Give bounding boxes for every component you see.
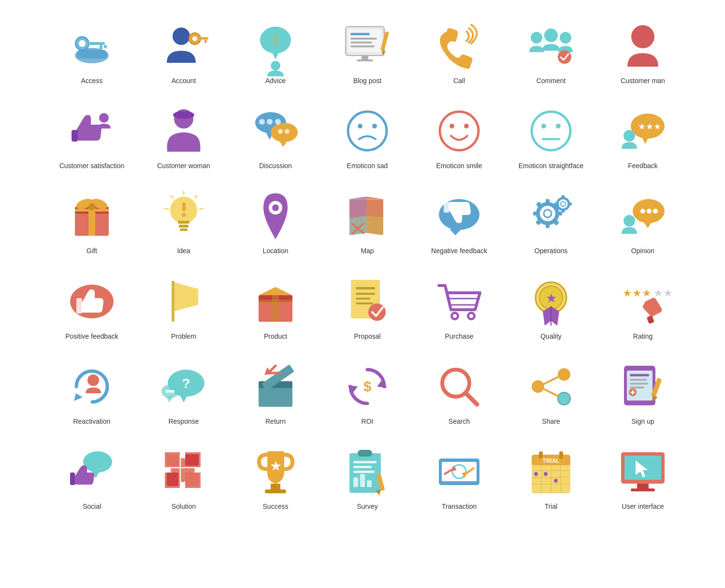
icon-item-response: ? Response — [140, 355, 227, 430]
customer-man-label: Customer man — [621, 76, 665, 85]
advice-label: Advice — [265, 76, 286, 85]
svg-rect-221 — [631, 488, 655, 491]
svg-rect-220 — [637, 484, 649, 488]
svg-line-159 — [465, 393, 477, 404]
svg-rect-119 — [259, 300, 292, 302]
trial-label: Trial — [545, 502, 558, 511]
icon-item-operations: Operations — [508, 185, 594, 260]
svg-point-142 — [87, 374, 99, 386]
negative-feedback-icon — [433, 189, 486, 243]
svg-point-30 — [631, 25, 654, 48]
svg-point-161 — [532, 380, 544, 393]
svg-text:★: ★ — [546, 291, 557, 305]
opinion-icon — [616, 189, 669, 243]
svg-point-150 — [172, 390, 174, 393]
svg-rect-167 — [630, 374, 649, 376]
gift-label: Gift — [87, 246, 97, 255]
return-icon — [249, 360, 302, 413]
svg-point-57 — [624, 130, 635, 142]
icon-item-roi: $ ROI — [324, 355, 411, 430]
svg-rect-194 — [360, 474, 365, 487]
icon-item-success: ★ Success — [232, 440, 319, 516]
icon-item-solution: Solution — [140, 440, 227, 516]
location-icon — [249, 189, 302, 243]
account-label: Account — [172, 76, 196, 85]
icon-grid: Access Account ! — [48, 14, 677, 516]
svg-point-32 — [99, 113, 109, 123]
svg-rect-94 — [533, 212, 539, 215]
svg-rect-89 — [444, 202, 450, 213]
svg-rect-93 — [546, 222, 550, 228]
return-label: Return — [265, 417, 286, 426]
access-icon — [65, 19, 118, 72]
icon-item-product: Product — [232, 270, 319, 345]
icon-item-location: Location — [232, 185, 319, 260]
svg-rect-25 — [357, 59, 373, 61]
svg-rect-10 — [200, 37, 208, 40]
svg-point-160 — [558, 368, 570, 381]
icon-item-emoticon-sad: Emoticon sad — [324, 100, 411, 175]
icon-item-advice: ! Advice — [232, 14, 319, 90]
icon-item-blog-post: Blog post — [324, 14, 411, 90]
svg-point-43 — [285, 129, 290, 134]
idea-icon — [157, 189, 210, 243]
svg-point-41 — [275, 119, 281, 125]
svg-line-74 — [171, 196, 173, 198]
feedback-label: Feedback — [628, 161, 657, 170]
roi-icon: $ — [341, 360, 394, 413]
solution-label: Solution — [172, 502, 196, 511]
quality-label: Quality — [540, 332, 562, 341]
svg-point-70 — [182, 213, 186, 217]
problem-icon — [157, 275, 210, 328]
svg-rect-21 — [350, 45, 375, 47]
svg-rect-114 — [172, 281, 174, 322]
svg-rect-104 — [554, 202, 558, 205]
svg-rect-189 — [358, 450, 372, 457]
icon-item-call: Call — [416, 14, 503, 90]
svg-rect-6 — [104, 45, 107, 48]
search-icon — [433, 360, 486, 413]
svg-rect-11 — [204, 40, 207, 43]
user-interface-label: User interface — [622, 502, 664, 511]
svg-point-46 — [372, 124, 377, 129]
success-icon: ★ — [249, 445, 302, 498]
product-icon — [249, 275, 302, 328]
svg-rect-68 — [180, 229, 188, 231]
svg-rect-31 — [72, 130, 78, 142]
svg-rect-168 — [630, 379, 647, 381]
svg-rect-69 — [182, 202, 186, 211]
comment-label: Comment — [536, 76, 566, 85]
gift-icon — [65, 189, 118, 243]
customer-man-icon — [616, 19, 669, 72]
svg-rect-170 — [630, 387, 644, 388]
icon-item-trial: TRIAL Trial — [508, 440, 594, 516]
svg-marker-82 — [349, 197, 366, 218]
svg-rect-186 — [265, 489, 286, 493]
svg-marker-117 — [259, 287, 292, 295]
proposal-label: Proposal — [354, 332, 380, 341]
svg-point-91 — [544, 210, 551, 217]
svg-point-101 — [561, 201, 566, 206]
icon-item-discussion: Discussion — [232, 100, 319, 175]
svg-rect-18 — [350, 33, 370, 35]
discussion-label: Discussion — [259, 161, 292, 170]
svg-point-7 — [173, 28, 190, 45]
svg-line-163 — [544, 377, 558, 384]
svg-marker-83 — [366, 197, 383, 217]
icon-item-gift: Gift — [48, 185, 135, 260]
svg-rect-192 — [353, 471, 375, 473]
svg-marker-84 — [349, 216, 366, 235]
svg-rect-67 — [179, 225, 188, 228]
icon-item-purchase: Purchase — [416, 270, 503, 345]
emoticon-smile-label: Emoticon smile — [436, 161, 482, 170]
svg-marker-88 — [450, 229, 462, 235]
icon-item-emoticon-straightface: Emoticon straightface — [508, 100, 594, 175]
svg-marker-144 — [180, 395, 188, 402]
customer-woman-label: Customer woman — [157, 161, 210, 170]
svg-point-149 — [169, 390, 172, 393]
icon-item-map: Map — [324, 185, 411, 260]
icon-item-reactivation: Reactivation — [48, 355, 135, 430]
purchase-label: Purchase — [445, 332, 473, 341]
svg-rect-103 — [562, 209, 565, 213]
customer-satisfaction-label: Customer satisfaction — [59, 161, 125, 170]
